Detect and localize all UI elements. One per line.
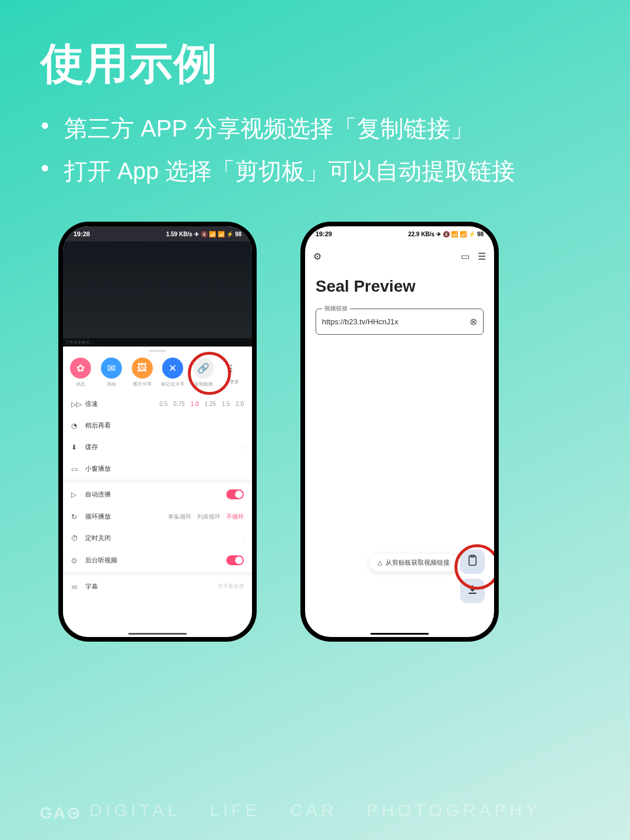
- clipboard-icon: [467, 555, 478, 569]
- marker-icon: ✕: [162, 358, 183, 379]
- bg-listen-toggle[interactable]: [226, 555, 244, 565]
- status-icons: 22.9 KB/s✈ 🔇 📶 📶 ⚡98: [408, 231, 484, 237]
- status-icons: 1.59 KB/s✈ 🔇 📶 📶 ⚡98: [166, 231, 242, 237]
- subtitle-row[interactable]: ㏄字幕无字幕资源: [63, 575, 252, 598]
- footer-watermark: GA⊝ DIGITAL· LIFE· CAR· PHOTOGRAPHY: [0, 800, 630, 820]
- clipboard-fab[interactable]: [460, 550, 485, 574]
- play-icon: ▷: [71, 491, 80, 499]
- field-label: 视频链接: [322, 304, 350, 313]
- download-icon: ⬇: [71, 443, 80, 452]
- copy-link-button[interactable]: 🔗复制链接: [190, 358, 217, 387]
- video-thumbnail: 三年诺丰娱乐…: [63, 242, 252, 346]
- video-caption-bar: 三年诺丰娱乐…: [63, 338, 252, 346]
- timer-icon: ⏱: [71, 534, 80, 542]
- phone-mockup-left: 19:28 1.59 KB/s✈ 🔇 📶 📶 ⚡98 三年诺丰娱乐… ✿动态 ✉…: [58, 222, 257, 642]
- chevron-right-icon: ›: [242, 536, 244, 541]
- link-icon: 🔗: [193, 358, 214, 379]
- queue-icon[interactable]: ☰: [478, 251, 486, 262]
- download-fab[interactable]: [460, 579, 485, 603]
- clock-icon: ◔: [71, 422, 80, 430]
- share-moments-button[interactable]: ✿动态: [67, 358, 94, 387]
- pip-row[interactable]: ▭小窗播放: [63, 458, 252, 480]
- subtitle-icon: ㏄: [71, 582, 80, 592]
- watch-later-row[interactable]: ◔稍后再看: [63, 415, 252, 436]
- status-bar: 19:29 22.9 KB/s✈ 🔇 📶 📶 ⚡98: [305, 226, 494, 242]
- autoplay-row[interactable]: ▷自动连播: [63, 483, 252, 506]
- home-indicator[interactable]: [370, 633, 429, 635]
- footer-logo: GA⊝: [40, 803, 81, 822]
- share-message-button[interactable]: ✉消息: [98, 358, 125, 387]
- url-value: https://b23.tv/HHcnJ1x: [322, 317, 470, 326]
- status-bar: 19:28 1.59 KB/s✈ 🔇 📶 📶 ⚡98: [63, 226, 252, 242]
- phone-mockup-right: 19:29 22.9 KB/s✈ 🔇 📶 📶 ⚡98 ⚙ ▭ ☰ Seal Pr…: [300, 222, 499, 642]
- speed-icon: ▷▷: [71, 400, 80, 408]
- status-time: 19:28: [74, 230, 90, 237]
- home-indicator[interactable]: [128, 633, 187, 635]
- bell-icon: △: [377, 559, 382, 566]
- pip-icon: ▭: [71, 465, 80, 473]
- bullet-list: 第三方 APP 分享视频选择「复制链接」 打开 App 选择「剪切板」可以自动提…: [41, 102, 589, 198]
- terminal-icon[interactable]: ▭: [461, 251, 470, 262]
- clear-icon[interactable]: ⊗: [470, 316, 477, 327]
- autoplay-toggle[interactable]: [226, 489, 244, 499]
- share-image-button[interactable]: 🖼图片分享: [129, 358, 156, 387]
- loop-row[interactable]: ↻循环播放 单集循环 列表循环 不循环: [63, 506, 252, 527]
- speed-row[interactable]: ▷▷ 倍速 0.5 0.75 1.0 1.25 1.5 2.0: [63, 393, 252, 415]
- loop-options[interactable]: 单集循环 列表循环 不循环: [168, 513, 244, 521]
- image-icon: 🖼: [132, 358, 153, 379]
- chevron-right-icon: ›: [242, 444, 244, 450]
- share-sheet: ✿动态 ✉消息 🖼图片分享 ✕标记点分享 🔗复制链接 更多 ▷▷ 倍速 0.5 …: [63, 346, 252, 637]
- sheet-handle[interactable]: [149, 350, 166, 352]
- share-actions-row: ✿动态 ✉消息 🖼图片分享 ✕标记点分享 🔗复制链接 更多: [63, 354, 252, 393]
- status-time: 19:29: [316, 230, 332, 237]
- more-button[interactable]: 更多: [221, 358, 248, 385]
- bullet-1: 第三方 APP 分享视频选择「复制链接」: [41, 113, 589, 145]
- download-icon: [467, 584, 478, 598]
- speed-options[interactable]: 0.5 0.75 1.0 1.25 1.5 2.0: [159, 401, 244, 407]
- headphones-icon: ⊙: [71, 556, 80, 565]
- loop-icon: ↻: [71, 513, 80, 521]
- app-toolbar: ⚙ ▭ ☰: [305, 242, 494, 262]
- fan-icon: ✿: [70, 358, 91, 379]
- background-listen-row[interactable]: ⊙后台听视频: [63, 549, 252, 572]
- slide-title: 使用示例: [41, 35, 218, 93]
- timer-row[interactable]: ⏱定时关闭›: [63, 527, 252, 549]
- url-input[interactable]: 视频链接 https://b23.tv/HHcnJ1x ⊗: [316, 309, 484, 335]
- clipboard-tooltip: △ 从剪贴板获取视频链接: [369, 554, 458, 572]
- share-marker-button[interactable]: ✕标记点分享: [159, 358, 186, 387]
- settings-icon[interactable]: ⚙: [313, 251, 321, 262]
- app-title: Seal Preview: [305, 262, 494, 306]
- bullet-2: 打开 App 选择「剪切板」可以自动提取链接: [41, 155, 589, 187]
- cache-row[interactable]: ⬇缓存›: [63, 436, 252, 458]
- envelope-icon: ✉: [101, 358, 122, 379]
- more-icon: [221, 358, 242, 379]
